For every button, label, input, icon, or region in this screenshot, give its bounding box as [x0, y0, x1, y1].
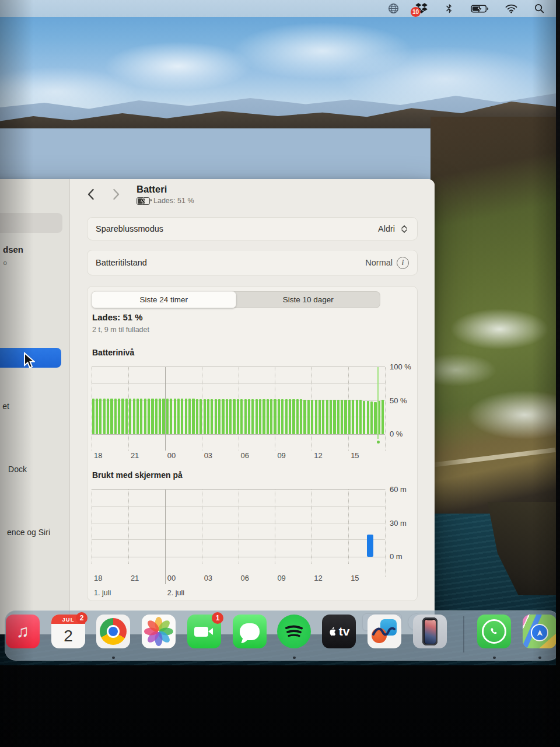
dropbox-badge: 10 — [411, 7, 421, 17]
charging-state-line: Lades: 51 % — [92, 312, 143, 322]
battery-level-bar — [259, 399, 261, 434]
battery-level-bar — [155, 399, 158, 434]
battery-level-bar — [207, 399, 209, 434]
low-power-popup[interactable]: Aldri — [378, 224, 409, 234]
menu-bar: 10 — [0, 0, 556, 17]
battery-level-bar — [133, 399, 135, 434]
dock-icon-iphone-mirroring[interactable] — [413, 615, 447, 648]
bluetooth-icon[interactable] — [443, 2, 456, 15]
battery-level-bar — [270, 399, 272, 434]
dock-icon-photos[interactable] — [142, 615, 176, 648]
battery-level-bar — [114, 399, 117, 434]
battery-charging-glyph — [136, 197, 150, 205]
x-axis-label: 00 — [167, 451, 176, 460]
x-axis-label: 15 — [351, 451, 359, 460]
battery-level-bar — [285, 399, 288, 434]
x-axis-label: 15 — [351, 574, 359, 582]
battery-level-bar — [292, 399, 295, 434]
mouse-cursor — [22, 352, 35, 369]
popup-chevrons-icon — [399, 224, 409, 234]
dock-icon-apple-tv[interactable]: tv — [322, 615, 356, 648]
battery-level-bar — [274, 399, 276, 434]
y-axis-label: 0 % — [390, 430, 402, 438]
battery-level-bar — [363, 401, 365, 435]
dock-icon-whatsapp[interactable] — [477, 615, 511, 648]
system-settings-window: dsen o et Dock ence og Siri Batteri Lad — [0, 179, 435, 634]
battery-level-bar — [118, 399, 120, 434]
calendar-badge: 2 — [76, 612, 88, 624]
x-axis-label: 03 — [204, 451, 212, 460]
back-button[interactable] — [83, 187, 98, 202]
y-axis-label: 60 m — [390, 485, 407, 494]
dock-icon-messages[interactable] — [233, 615, 267, 648]
wifi-icon[interactable] — [505, 2, 517, 15]
forward-button[interactable] — [108, 187, 124, 202]
gridline-vertical — [348, 490, 349, 564]
y-axis-label: 0 m — [390, 552, 402, 561]
gridline-vertical — [128, 490, 129, 564]
x-axis-label: 12 — [314, 574, 322, 582]
battery-level-bar — [174, 399, 176, 434]
battery-level-bar — [200, 399, 202, 434]
tab-last-24-hours[interactable]: Siste 24 timer — [92, 291, 236, 308]
facetime-badge: 1 — [212, 612, 223, 624]
dock-icon-facetime[interactable]: 1 — [187, 615, 221, 648]
gridline-vertical — [92, 490, 92, 564]
sidebar-search-field[interactable] — [0, 213, 62, 233]
dock-icon-maps[interactable] — [523, 615, 556, 648]
battery-level-bar — [278, 399, 280, 434]
tab-last-10-days[interactable]: Siste 10 dager — [236, 291, 381, 308]
battery-level-bar — [159, 399, 161, 434]
x-axis-label: 06 — [241, 451, 249, 460]
sidebar-item-dock[interactable]: Dock — [0, 465, 27, 474]
battery-level-bar — [233, 399, 235, 434]
low-power-group: Spareblussmodus Aldri — [87, 217, 418, 240]
battery-health-value: Normal — [365, 258, 393, 267]
battery-level-bar — [140, 399, 142, 434]
gridline-vertical — [275, 490, 275, 564]
globe-icon[interactable] — [387, 2, 400, 15]
battery-level-bar — [170, 399, 172, 434]
battery-level-bar — [196, 399, 198, 434]
info-icon[interactable]: i — [397, 257, 409, 269]
dock: ♫ 2 JUL 2 1 — [5, 610, 556, 661]
calendar-day: 2 — [51, 624, 85, 648]
low-power-label: Spareblussmodus — [96, 224, 163, 233]
screen-on-chart-title: Brukt med skjermen på — [92, 470, 183, 480]
photo-of-macbook-screen: 10 dsen o et Dock en — [0, 0, 560, 747]
search-icon[interactable] — [533, 2, 545, 15]
battery-level-bar — [177, 399, 180, 434]
x-axis-label: 18 — [94, 574, 102, 582]
x-axis-label: 03 — [204, 574, 212, 582]
battery-level-bar — [248, 399, 250, 434]
dock-icon-spotify[interactable] — [277, 615, 311, 648]
low-power-value: Aldri — [378, 224, 395, 233]
whatsapp-ring-glyph — [482, 619, 506, 644]
battery-level-bar — [303, 400, 306, 434]
page-title: Batteri — [136, 184, 167, 195]
page-status: Lades: 51 % — [136, 197, 194, 205]
running-indicator — [538, 657, 541, 659]
settings-sidebar: dsen o et Dock ence og Siri — [0, 179, 70, 634]
dock-icon-notability[interactable] — [368, 615, 401, 648]
battery-charging-icon[interactable] — [471, 2, 489, 15]
day-label: 2. juli — [167, 589, 184, 597]
x-axis-label: 09 — [277, 451, 285, 460]
status-text: Lades: 51 % — [153, 197, 194, 205]
dock-icon-chrome[interactable] — [96, 615, 130, 648]
battery-level-bar — [110, 399, 113, 434]
battery-level-bar — [348, 400, 351, 434]
sidebar-item-fragment[interactable]: et — [0, 402, 9, 411]
apple-logo — [328, 627, 337, 637]
battery-level-bar — [226, 399, 228, 434]
dock-icon-music[interactable]: ♫ — [6, 615, 40, 648]
sidebar-item-siri[interactable]: ence og Siri — [0, 528, 50, 537]
maps-navigation-arrow — [531, 624, 548, 641]
battery-level-bar — [281, 399, 284, 434]
chart-plot-area — [92, 489, 385, 557]
gridline-vertical — [385, 367, 386, 451]
dropbox-icon[interactable]: 10 — [415, 2, 428, 15]
day-label: 1. juli — [94, 589, 111, 597]
battery-level-bar — [289, 399, 291, 434]
dock-icon-calendar[interactable]: 2 JUL 2 — [51, 615, 85, 648]
